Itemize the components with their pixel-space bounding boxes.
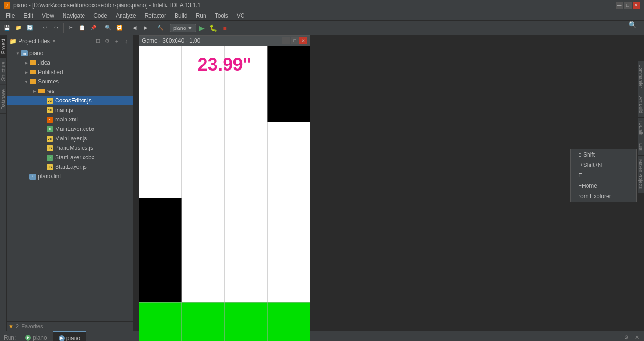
rpt-idetalk[interactable]: IDEtalk <box>638 118 644 139</box>
toolbar-paste[interactable]: 📌 <box>88 23 99 33</box>
menu-navigate[interactable]: Navigate <box>59 11 89 20</box>
toolbar-sync[interactable]: 🔄 <box>25 23 35 33</box>
menu-edit[interactable]: Edit <box>19 11 37 20</box>
svg-rect-18 <box>267 198 310 226</box>
run-tab-piano-debug[interactable]: ▶ piano <box>53 331 86 341</box>
iml-icon-piano: i <box>29 173 36 180</box>
close-button[interactable]: ✕ <box>633 2 640 9</box>
menu-analyze[interactable]: Analyze <box>112 11 140 20</box>
module-icon: m <box>21 50 28 56</box>
maximize-button[interactable]: □ <box>624 2 632 9</box>
game-close-button[interactable]: ✕ <box>299 37 307 44</box>
toolbar-redo[interactable]: ↪ <box>51 23 61 33</box>
tree-item-piano-iml[interactable]: i piano.iml <box>7 172 133 181</box>
toolbar-build[interactable]: 🔨 <box>155 23 166 33</box>
tree-item-cocoseditor-js[interactable]: JS CocosEditor.js <box>7 96 133 105</box>
menu-view[interactable]: View <box>38 11 58 20</box>
menu-file[interactable]: File <box>2 11 19 20</box>
toolbar-save-all[interactable]: 📁 <box>13 23 24 33</box>
run-button[interactable]: ▶ <box>197 23 207 33</box>
tree-item-main-xml[interactable]: X main.xml <box>7 115 133 124</box>
tree-item-idea[interactable]: ▶ .idea <box>7 58 133 67</box>
menu-run[interactable]: Run <box>192 11 210 20</box>
project-header-controls: ⊟ ⚙ + ↕ <box>93 37 131 46</box>
tree-arrow-mainlayer-ccbx <box>41 127 46 131</box>
context-menu-item-5[interactable]: rom Explorer <box>571 191 636 202</box>
stop-button[interactable]: ■ <box>220 23 230 33</box>
toolbar-replace[interactable]: 🔁 <box>114 23 125 33</box>
rpt-ant-build[interactable]: Ant Build <box>638 92 644 118</box>
expand-button[interactable]: + <box>112 37 121 46</box>
context-menu-item-3[interactable]: E <box>571 170 636 181</box>
svg-rect-14 <box>267 122 310 198</box>
toolbar-back[interactable]: ◀ <box>129 23 140 33</box>
tree-label-main-xml: main.xml <box>55 116 78 123</box>
tree-arrow-startlayer-js <box>41 165 46 169</box>
tree-arrow-startlayer-ccbx <box>41 155 46 160</box>
tree-item-sources[interactable]: ▼ Sources <box>7 77 133 86</box>
game-canvas: 23.99" <box>139 46 310 341</box>
toolbar-cut[interactable]: ✂ <box>65 23 76 33</box>
tree-item-mainlayer-js[interactable]: JS MainLayer.js <box>7 134 133 143</box>
tab-database[interactable]: Database <box>0 85 6 114</box>
tab-project[interactable]: Project <box>0 35 6 58</box>
folder-icon-published <box>29 69 36 75</box>
folder-icon: 📁 <box>9 38 17 45</box>
toolbar-save[interactable]: 💾 <box>2 23 12 33</box>
tree-item-main-js[interactable]: JS main.js <box>7 105 133 115</box>
tree-item-published[interactable]: ▶ Published <box>7 67 133 77</box>
context-menu-item-2[interactable]: l+Shift+N <box>571 160 636 170</box>
svg-rect-7 <box>139 46 182 122</box>
run-tab-icon-run: ▶ <box>25 335 31 341</box>
svg-rect-20 <box>182 226 224 302</box>
tree-arrow-idea: ▶ <box>24 60 28 65</box>
global-search-icon[interactable]: 🔍 <box>628 21 636 28</box>
tree-label-startlayer-ccbx: StartLayer.ccbx <box>55 154 94 161</box>
settings-icon[interactable]: ⚙ <box>103 37 112 46</box>
tab-structure[interactable]: Structure <box>0 58 6 85</box>
context-menu-item-1[interactable]: e Shift <box>571 149 636 160</box>
tree-item-mainlayer-ccbx[interactable]: C MainLayer.ccbx <box>7 124 133 134</box>
run-settings-button[interactable]: ⚙ <box>622 333 631 341</box>
sort-button[interactable]: ↕ <box>122 37 131 46</box>
tree-label-piano: piano <box>29 50 43 56</box>
tree-arrow-pianomusics <box>41 146 46 150</box>
toolbar-forward[interactable]: ▶ <box>140 23 151 33</box>
js-icon-mainlayer: JS <box>47 135 53 142</box>
rpt-lua[interactable]: Lua! <box>638 139 644 156</box>
tree-item-startlayer-js[interactable]: JS StartLayer.js <box>7 162 133 172</box>
tree-item-res[interactable]: ▶ res <box>7 86 133 96</box>
menu-bar: File Edit View Navigate Code Analyze Ref… <box>0 10 644 21</box>
game-maximize-button[interactable]: □ <box>291 37 299 44</box>
favorites-section[interactable]: ★ 2: Favorites <box>7 321 133 331</box>
run-close-button[interactable]: ✕ <box>633 333 641 341</box>
js-icon-cocoseditor: JS <box>47 97 53 104</box>
menu-vc[interactable]: VC <box>233 11 249 20</box>
tree-label-startlayer-js: StartLayer.js <box>55 164 87 170</box>
tree-item-pianomusics-js[interactable]: JS PianoMusics.js <box>7 143 133 153</box>
svg-rect-25 <box>224 302 267 341</box>
dropdown-arrow-icon: ▼ <box>187 25 193 31</box>
menu-build[interactable]: Build <box>171 11 191 20</box>
favorites-star-icon: ★ <box>9 323 14 330</box>
debug-button[interactable]: 🐛 <box>208 23 219 33</box>
menu-refactor[interactable]: Refactor <box>141 11 170 20</box>
game-minimize-button[interactable]: — <box>282 37 290 44</box>
run-tab-piano-run[interactable]: ▶ piano <box>19 331 53 341</box>
minimize-button[interactable]: — <box>616 2 623 9</box>
toolbar-find[interactable]: 🔍 <box>103 23 113 33</box>
collapse-all-button[interactable]: ⊟ <box>93 37 102 46</box>
menu-tools[interactable]: Tools <box>211 11 232 20</box>
rpt-maven[interactable]: Maven Projects <box>638 156 644 193</box>
menu-code[interactable]: Code <box>90 11 111 20</box>
svg-rect-13 <box>224 122 267 198</box>
toolbar-undo[interactable]: ↩ <box>39 23 50 33</box>
run-config-dropdown[interactable]: piano ▼ <box>170 24 196 32</box>
game-window-controls: — □ ✕ <box>282 37 307 44</box>
tree-item-startlayer-ccbx[interactable]: C StartLayer.ccbx <box>7 153 133 162</box>
toolbar-sep-3 <box>101 23 101 33</box>
toolbar-copy[interactable]: 📋 <box>77 23 87 33</box>
tree-item-piano[interactable]: ▼ m piano <box>7 48 133 58</box>
rpt-commander[interactable]: Commander <box>638 61 644 92</box>
context-menu-item-4[interactable]: +Home <box>571 181 636 191</box>
